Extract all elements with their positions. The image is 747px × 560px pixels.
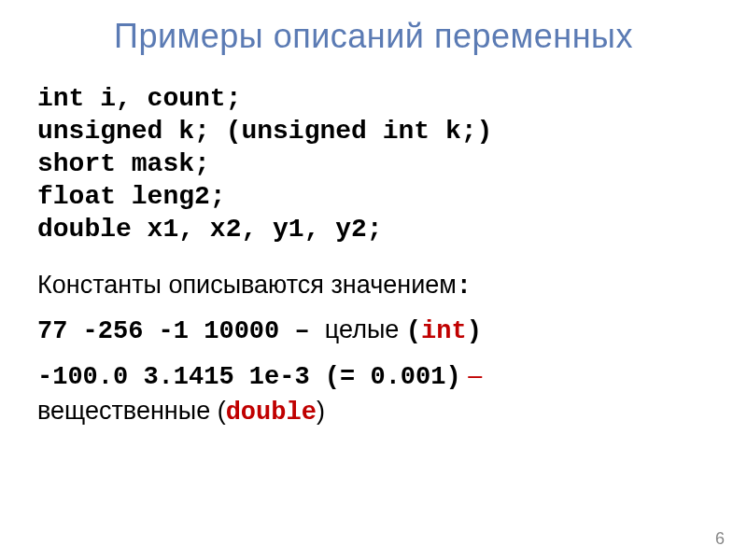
code-line-4: float leng2;	[37, 180, 710, 213]
page-number: 6	[715, 529, 725, 549]
double-label: вещественные	[37, 397, 218, 425]
code-line-2: unsigned k; (unsigned int k;)	[37, 115, 710, 147]
slide-container: Примеры описаний переменных int i, count…	[0, 0, 747, 560]
code-line-2b: (unsigned int k;)	[226, 117, 493, 146]
code-line-2a: unsigned k;	[37, 117, 226, 146]
int-paren-open: (	[406, 317, 421, 345]
int-numbers: 77 -256 -1 10000	[37, 317, 294, 345]
int-dash: –	[294, 317, 324, 345]
constants-intro: Константы описываются значением:	[37, 268, 710, 303]
double-dash: –	[461, 361, 483, 389]
int-label: целые	[325, 315, 406, 343]
constants-intro-text: Константы описываются значением	[37, 271, 457, 299]
code-line-5: double x1, x2, y1, y2;	[37, 213, 710, 245]
int-paren-close: )	[467, 317, 482, 345]
int-constants-line: 77 -256 -1 10000 – целые (int)	[37, 313, 710, 348]
slide-title: Примеры описаний переменных	[37, 17, 710, 56]
double-paren-open: (	[218, 397, 226, 425]
constants-intro-colon: :	[457, 273, 472, 301]
double-type: double	[226, 399, 317, 427]
code-line-1: int i, count;	[37, 82, 710, 115]
double-paren-close: )	[317, 397, 325, 425]
int-type: int	[421, 317, 467, 345]
code-block: int i, count; unsigned k; (unsigned int …	[37, 82, 710, 245]
code-line-3: short mask;	[37, 147, 710, 180]
double-constants-line: -100.0 3.1415 1e-3 (= 0.001) – веществен…	[37, 358, 710, 430]
double-numbers: -100.0 3.1415 1e-3 (= 0.001)	[37, 363, 461, 391]
